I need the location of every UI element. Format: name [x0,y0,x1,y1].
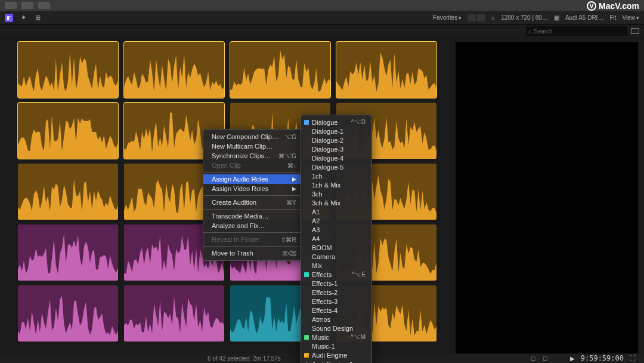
viewer [456,42,638,353]
clip-thumbnail[interactable] [124,42,224,98]
submenu-item-label: Dialogue-2 [312,137,366,144]
play-button[interactable]: ▶ [570,355,575,362]
context-menu[interactable]: New Compound Clip…⌥GNew Multicam Clip…Sy… [203,129,303,261]
submenu-item[interactable]: BOOM [301,243,371,252]
favorites-dropdown[interactable]: Favorites [433,14,462,21]
menu-item-shortcut: ⌘↓ [287,162,296,169]
menu-item-shortcut: ⌥G [284,134,296,140]
submenu-item[interactable]: Atmos [301,315,371,324]
loop-icon[interactable]: ◻ [531,355,538,362]
context-menu-item[interactable]: Assign Audio Roles▶ [203,174,302,184]
submenu-item[interactable]: 1ch [301,171,371,180]
selection-status: 6 of 42 selected, 2m 17.57s [208,355,281,362]
search-input[interactable]: ⌕ Search [526,26,627,36]
context-menu-item[interactable]: Assign Video Roles▶ [203,184,302,193]
submenu-item-label: Audi Engine-1 [312,361,366,364]
sys-button[interactable] [5,2,17,9]
submenu-item[interactable]: Dialogue-2 [301,136,371,144]
sys-button[interactable] [21,2,33,9]
submenu-item[interactable]: Dialogue-3 [301,144,371,153]
fullscreen-icon[interactable]: ⛶ [630,355,637,362]
submenu-item[interactable]: 1ch & Mix [301,180,371,189]
submenu-item[interactable]: ✓Audi Engine-1 [301,359,371,363]
audio-roles-submenu[interactable]: Dialogue^⌥DDialogue-1Dialogue-2Dialogue-… [301,115,372,363]
clip-thumbnail[interactable] [230,42,330,98]
clip-thumbnail[interactable] [18,42,118,98]
submenu-item-label: Music-1 [312,343,366,350]
submenu-item-label: Dialogue [312,119,346,126]
submenu-item[interactable]: Dialogue-4 [301,153,371,162]
submenu-item[interactable]: Music-1 [301,342,371,350]
submenu-item[interactable]: Effects-4 [301,306,371,315]
submenu-item[interactable]: ✓Audi Engine [301,350,371,359]
view-mode-segment[interactable] [467,14,485,21]
menu-item-label: New Multicam Clip… [212,143,296,150]
context-menu-item: Reveal in Finder⇧⌘R [203,235,302,244]
clip-thumbnail[interactable] [18,285,118,342]
clip-thumbnail[interactable] [336,42,436,98]
context-menu-item[interactable]: Transcode Media… [203,211,302,221]
menu-item-label: Open Clip [212,162,281,169]
clip-thumbnail[interactable] [18,224,118,281]
clip-thumbnail[interactable] [124,285,224,342]
context-menu-item[interactable]: New Compound Clip…⌥G [203,132,302,141]
submenu-item-label: Effects [312,271,347,278]
submenu-item[interactable]: Dialogue-1 [301,127,371,136]
sys-button[interactable] [38,2,50,9]
menu-item-label: Transcode Media… [212,213,296,220]
grid-toggle-icon[interactable]: ▦ [554,14,559,21]
submenu-item[interactable]: Effects-2 [301,288,371,297]
submenu-item[interactable]: Effects-3 [301,297,371,306]
submenu-item-label: A3 [312,226,366,233]
library-icon[interactable]: ◧ [5,14,13,22]
submenu-item-label: A2 [312,217,366,224]
role-color-swatch [304,120,309,125]
menu-item-shortcut: ⌘⌫ [282,250,296,257]
context-menu-item[interactable]: Synchronize Clips…⌘⌥G [203,151,302,161]
menu-item-label: Assign Audio Roles [212,176,286,183]
check-icon: ✓ [304,361,308,363]
submenu-item[interactable]: Camera [301,252,371,261]
watermark: V MacV.com [587,1,639,11]
check-icon: ✓ [304,352,308,358]
submenu-item-label: Effects-3 [312,298,366,305]
submenu-item[interactable]: 3ch & Mix [301,198,371,207]
clip-name-label: Audi A5 DRI… [565,14,603,21]
submenu-item[interactable]: Effects^⌥E [301,270,371,279]
timecode[interactable]: 9:59:59:00 [581,354,624,362]
filmstrip-toggle-icon[interactable] [631,28,639,34]
context-menu-item[interactable]: Analyze and Fix… [203,221,302,230]
submenu-item-label: Camera [312,253,366,260]
skimmer-icon[interactable]: ◻ [543,355,550,362]
search-toggle-icon[interactable]: ⌕ [491,14,495,21]
submenu-item[interactable]: Sound Design [301,324,371,333]
submenu-item[interactable]: Dialogue^⌥D [301,118,371,127]
submenu-item[interactable]: 3ch [301,189,371,198]
submenu-item[interactable]: A1 [301,207,371,216]
watermark-text: MacV.com [599,1,639,11]
context-menu-item[interactable]: Move to Trash⌘⌫ [203,248,302,258]
context-menu-item[interactable]: New Multicam Clip… [203,141,302,151]
clip-thumbnail[interactable] [18,164,118,220]
titles-icon[interactable]: ⊞ [33,14,42,22]
context-menu-item[interactable]: Create Audition⌘Y [203,198,302,207]
submenu-item[interactable]: A2 [301,216,371,225]
resolution-label: 1280 x 720 | 80… [501,14,548,21]
submenu-item[interactable]: A4 [301,234,371,243]
menu-item-label: Reveal in Finder [212,236,275,243]
fit-button[interactable]: Fit [609,14,616,21]
submenu-item[interactable]: Music^⌥M [301,333,371,342]
submenu-item-label: Sound Design [312,325,366,332]
photos-icon[interactable]: ✦ [19,14,27,22]
submenu-item-label: BOOM [312,244,366,251]
view-dropdown[interactable]: View [623,14,640,21]
submenu-item[interactable]: Dialogue-5 [301,162,371,171]
menu-item-label: New Compound Clip… [212,133,278,140]
submenu-item-label: A4 [312,235,366,242]
submenu-item[interactable]: Mix [301,261,371,270]
submenu-item[interactable]: A3 [301,225,371,234]
submenu-item-label: Effects-2 [312,289,366,296]
submenu-item-label: Dialogue-4 [312,155,366,162]
clip-thumbnail[interactable] [18,103,118,159]
submenu-item[interactable]: Effects-1 [301,279,371,288]
